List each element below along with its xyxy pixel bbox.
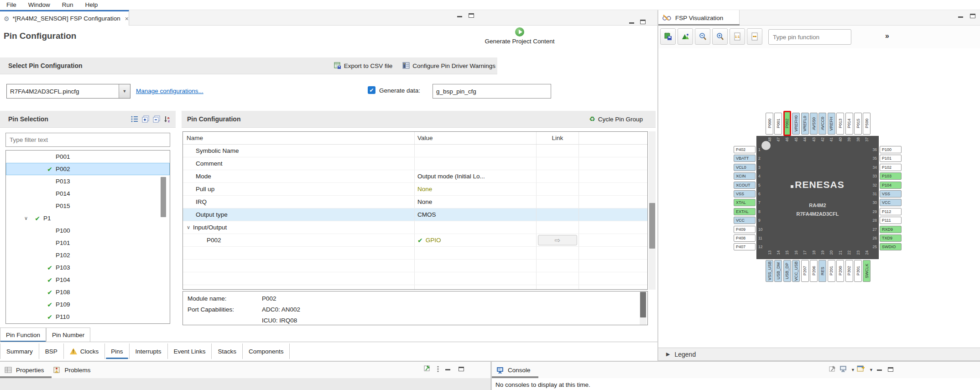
table-row-comment[interactable]: Comment [183,157,647,170]
chip-pin-RES[interactable]: RES [818,260,826,282]
export-image-button[interactable] [678,28,693,45]
chevron-down-icon[interactable]: ∨ [187,224,190,230]
tree-item-P103[interactable]: ✔P103 [6,261,170,274]
chip-pin-P015[interactable]: P015 [854,113,862,135]
manage-configurations-link[interactable]: Manage configurations... [136,88,203,94]
cell-value[interactable] [415,221,537,234]
tab-console[interactable]: Console [492,362,535,378]
chip-pin-SWDIO[interactable]: SWDIO [880,243,902,250]
chip-pin-SWCLK[interactable]: SWCLK [863,260,871,282]
actual-size-button[interactable]: 1:1 [730,28,745,45]
cell-value[interactable]: ✔GPIO [415,234,537,246]
chip-pin-VSS_USB[interactable]: VSS_USB [766,260,773,282]
minimize-icon[interactable] [629,22,634,24]
chip-pin-USB_DP[interactable]: USB_DP [783,260,791,282]
chip-pin-P000[interactable]: P000 [766,113,773,135]
chip-pin-VSS[interactable]: VSS [734,190,756,198]
tree-item-P100[interactable]: P100 [6,224,170,237]
minimize-icon[interactable] [877,369,882,371]
tab-fsp-visualization[interactable]: FSP Visualization [658,10,740,26]
table-row-symbolic-name[interactable]: Symbolic Name [183,145,647,157]
tree-item-P102[interactable]: P102 [6,249,170,261]
chip-pin-P002[interactable]: P002 [783,111,791,136]
chip-pin-P104[interactable]: P104 [880,182,902,189]
view-menu-icon[interactable] [129,114,140,124]
pin-view-icon[interactable] [423,364,432,374]
menu-help[interactable]: Help [83,1,101,8]
tree-item-P101[interactable]: P101 [6,237,170,249]
table-row-input-output[interactable]: ∨Input/Output [183,221,647,234]
chip-pin-P200[interactable]: P200 [836,260,844,282]
chip-pin-VREFL0[interactable]: VREFL0 [801,113,809,135]
chip-pin-TXD9[interactable]: TXD9 [880,234,902,242]
chip-pin-P101[interactable]: P101 [880,155,902,162]
generate-data-checkbox[interactable]: ✔ [368,86,375,94]
tab-clocks[interactable]: Clocks [64,343,105,359]
maximize-icon[interactable] [970,14,975,18]
chip-pin-P407[interactable]: P407 [734,243,756,250]
save-chip-image-button[interactable] [660,28,676,45]
tree-item-P108[interactable]: ✔P108 [6,286,170,298]
legend-bar[interactable]: ▶ Legend [658,348,980,361]
chip-pin-P013[interactable]: P013 [836,113,844,135]
editor-tab-fsp-configuration[interactable]: ⚙ *[RA4M2_SENSOR] FSP Configuration × [0,10,129,26]
chip-pin-P409[interactable]: P409 [734,226,756,233]
chip-pin-XCIN[interactable]: XCIN [734,172,756,180]
chevron-down-icon[interactable]: ▼ [851,368,855,372]
tab-pins[interactable]: Pins [105,343,129,359]
tree-item-P015[interactable]: P015 [6,200,170,212]
close-icon[interactable]: × [125,15,129,22]
chip-pin-P102[interactable]: P102 [880,164,902,171]
table-scrollbar[interactable] [649,131,656,290]
zoom-out-button[interactable] [695,28,710,45]
table-row-output-type[interactable]: Output typeCMOS [183,208,647,221]
tree-item-P104[interactable]: ✔P104 [6,274,170,286]
table-row-pull-up[interactable]: Pull upNone [183,183,647,196]
chip-pin-VCL0[interactable]: VCL0 [734,164,756,171]
chip-pin-VCC[interactable]: VCC [880,199,902,206]
sort-icon[interactable]: az [162,114,173,124]
chip-pin-USB_DM[interactable]: USB_DM [774,260,782,282]
chip-pin-AVCC0[interactable]: AVCC0 [818,113,826,135]
chip-pin-VREFH[interactable]: VREFH [828,113,835,135]
minimize-icon[interactable] [958,16,963,18]
maximize-icon[interactable] [888,367,893,372]
export-csv-button[interactable]: Export to CSV file [334,62,393,69]
generate-data-input[interactable] [433,84,551,99]
tree-item-P110[interactable]: ✔P110 [6,311,170,323]
chip-pin-P206[interactable]: P206 [810,260,818,282]
configure-pin-driver-warnings-button[interactable]: Configure Pin Driver Warnings [402,62,495,69]
view-menu-icon[interactable] [436,365,441,374]
cell-value[interactable] [415,157,537,170]
expand-arrow-icon[interactable]: ▶ [666,351,670,357]
collapse-all-icon[interactable] [151,114,162,124]
cell-value[interactable]: None [415,183,537,195]
fit-width-button[interactable] [747,28,762,45]
tree-item-P001[interactable]: P001 [6,151,170,163]
chip-pin-P207[interactable]: P207 [801,260,809,282]
pin-filter-input[interactable] [5,133,170,147]
chevron-down-icon[interactable]: ∨ [22,215,30,221]
open-console-icon[interactable] [857,364,865,374]
cell-value[interactable] [415,145,537,157]
cell-value[interactable]: Output mode (Initial Lo... [415,170,537,182]
tree-item-P1[interactable]: ∨✔P1 [6,212,170,224]
chip-pin-P408[interactable]: P408 [734,234,756,242]
chip-pin-VCC[interactable]: VCC [734,217,756,224]
chip-pin-P001[interactable]: P001 [774,113,782,135]
tree-item-P109[interactable]: ✔P109 [6,298,170,311]
maximize-icon[interactable] [469,13,474,18]
link-arrow-button[interactable]: ⇨ [538,235,577,245]
chip-pin-P103[interactable]: P103 [880,172,902,180]
tree-scrollbar[interactable] [161,177,166,217]
expand-all-icon[interactable] [140,114,151,124]
menu-run[interactable]: Run [59,1,76,8]
tree-item-P014[interactable]: P014 [6,187,170,200]
chip-pin-P201[interactable]: P201 [828,260,835,282]
chip-pin-XCOUT[interactable]: XCOUT [734,182,756,189]
chip-pin-AVSS0[interactable]: AVSS0 [810,113,818,135]
table-row-p002[interactable]: P002✔GPIO⇨ [183,234,647,247]
chip-pin-P302[interactable]: P302 [845,260,853,282]
pin-function-search-input[interactable] [768,29,851,45]
chip-pin-XTAL[interactable]: XTAL [734,199,756,206]
